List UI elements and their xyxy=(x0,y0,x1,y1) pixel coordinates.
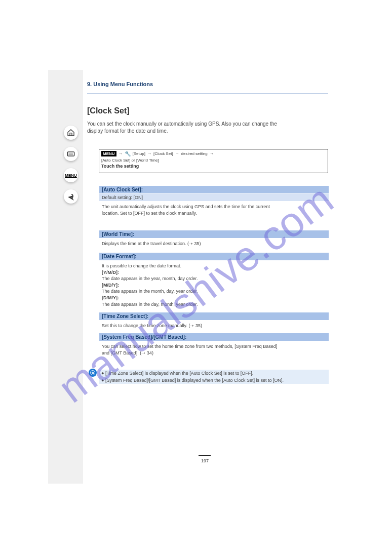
home-icon xyxy=(67,129,75,137)
menu-path-3: desired setting xyxy=(181,151,208,156)
option-body: The unit automatically adjusts the clock… xyxy=(99,201,329,221)
info-icon xyxy=(89,369,97,377)
page-number-rule xyxy=(199,455,211,456)
sidebar-menu-button[interactable]: MENU xyxy=(64,168,78,182)
sidebar-home-button[interactable] xyxy=(64,126,78,140)
option-timezone: [Time Zone Select]: Set this to change t… xyxy=(99,312,329,334)
option-body: You can select how to set the home time … xyxy=(99,341,329,361)
option-world-time: [World Time]: Displays the time at the t… xyxy=(99,230,329,252)
option-header: [World Time]: xyxy=(99,230,329,238)
note-line: ● [System Freq Based]/[GMT Based] is dis… xyxy=(99,377,329,384)
menu-path-4: [Auto Clock Set] or [World Time] xyxy=(99,158,328,163)
section-title: [Clock Set] xyxy=(87,106,130,115)
sidebar-keyboard-button[interactable] xyxy=(64,147,78,161)
menu-path-1: [Setup] xyxy=(133,151,145,156)
sidebar-back-button[interactable] xyxy=(64,189,78,204)
menu-text-icon: MENU xyxy=(65,173,77,178)
option-header: [Time Zone Select]: xyxy=(99,312,329,320)
option-header: [Auto Clock Set]: xyxy=(99,186,329,193)
back-icon xyxy=(67,192,75,201)
menu-setting-suffix: Touch the setting xyxy=(99,163,328,170)
option-body: Displays the time at the travel destinat… xyxy=(99,238,329,252)
option-auto-set: [Auto Clock Set]: Default setting: [ON] … xyxy=(99,186,329,221)
svg-rect-0 xyxy=(67,152,74,156)
page-number: 197 xyxy=(201,458,209,463)
arrow-icon: → xyxy=(119,151,123,156)
menu-tag-icon: MENU xyxy=(101,151,116,156)
arrow-icon: → xyxy=(147,151,151,156)
header-rule xyxy=(87,93,328,94)
option-body: Set this to change the time zone manuall… xyxy=(99,320,329,334)
section-description: You can set the clock manually or automa… xyxy=(87,121,277,135)
menu-path-2: [Clock Set] xyxy=(153,151,173,156)
option-system-freq: [System Freq Based]/[GMT Based]: You can… xyxy=(99,333,329,361)
option-date-format: [Date Format]: It is possible to change … xyxy=(99,253,329,312)
arrow-icon: → xyxy=(210,151,214,156)
option-body: It is possible to change the date format… xyxy=(99,260,329,312)
arrow-icon: → xyxy=(175,151,179,156)
option-sub: Default setting: [ON] xyxy=(99,194,329,201)
note-box: ● [Time Zone Select] is displayed when t… xyxy=(89,369,329,384)
note-line: ● [Time Zone Select] is displayed when t… xyxy=(99,370,329,377)
header-title: 9. Using Menu Functions xyxy=(87,81,153,87)
wrench-icon: 🔧 xyxy=(125,151,131,156)
menu-navigation-box: MENU → 🔧 [Setup] → [Clock Set] → desired… xyxy=(99,149,328,173)
keyboard-icon xyxy=(67,150,75,158)
option-header: [System Freq Based]/[GMT Based]: xyxy=(99,333,329,341)
option-header: [Date Format]: xyxy=(99,253,329,260)
